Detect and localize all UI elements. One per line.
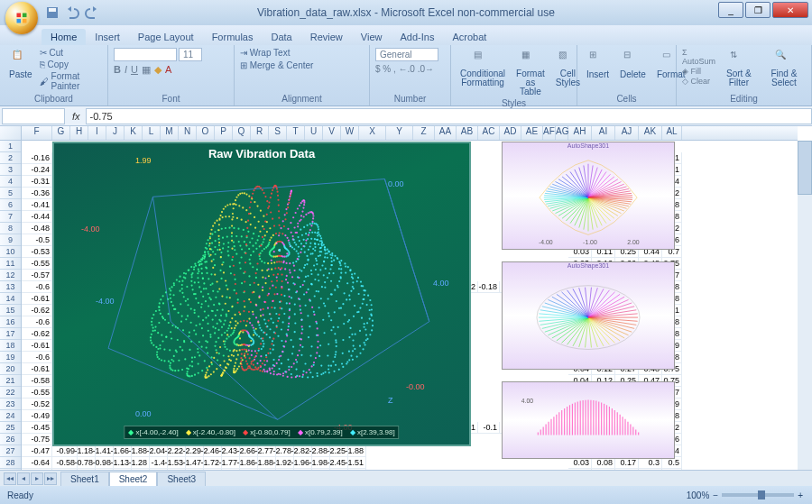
sheet-tab-3[interactable]: Sheet3 <box>157 472 206 486</box>
row-header[interactable]: 18 <box>0 340 21 352</box>
column-header[interactable]: N <box>179 126 197 140</box>
column-header[interactable]: AC <box>478 126 500 140</box>
cell[interactable]: -0.58 <box>22 375 52 387</box>
row-header[interactable]: 8 <box>0 223 21 234</box>
tab-view[interactable]: View <box>352 29 392 45</box>
row-header[interactable]: 23 <box>0 399 21 410</box>
column-header[interactable]: AE <box>521 126 543 140</box>
vertical-scrollbar[interactable] <box>798 141 812 470</box>
cut-button[interactable]: ✂ Cut <box>40 48 102 58</box>
cell[interactable]: -0.62 <box>22 305 52 316</box>
cell[interactable]: -0.6 <box>22 352 52 363</box>
main-3d-scatter-chart[interactable]: Raw Vibration Data 1.99 -4.00 0.00 -4.00… <box>52 142 471 446</box>
copy-button[interactable]: ⎘ Copy <box>40 60 102 69</box>
cell[interactable]: -0.64 <box>22 457 52 469</box>
cell[interactable]: -0.55 <box>22 258 52 270</box>
cell[interactable]: -0.61 <box>22 363 52 375</box>
cell[interactable]: -0.48 <box>22 223 52 234</box>
cell[interactable]: -0.47 <box>22 445 52 457</box>
fill-button[interactable]: ◈ Fill <box>682 67 715 76</box>
column-header[interactable]: O <box>197 126 215 140</box>
row-header[interactable]: 28 <box>0 457 21 469</box>
maximize-button[interactable]: ❐ <box>745 2 770 18</box>
sheet-tab-1[interactable]: Sheet1 <box>60 472 109 486</box>
fill-color-button[interactable]: ◆ <box>154 64 161 76</box>
column-header[interactable]: T <box>287 126 305 140</box>
cell[interactable]: -0.5 <box>22 234 52 246</box>
wrap-text-button[interactable]: ⇥ Wrap Text <box>240 48 290 58</box>
column-header[interactable]: AJ <box>615 126 639 140</box>
cell[interactable]: -1.88 <box>341 445 366 457</box>
zoom-slider[interactable] <box>722 493 794 497</box>
close-button[interactable]: ✕ <box>772 2 808 18</box>
row-header[interactable]: 15 <box>0 305 21 316</box>
row-header[interactable]: 12 <box>0 270 21 281</box>
tab-page-layout[interactable]: Page Layout <box>129 29 203 45</box>
font-size-dropdown[interactable]: 11 <box>179 48 202 61</box>
mini-chart-1[interactable]: AutoShape301 -4.00-1.002.00 <box>502 142 675 250</box>
row-header[interactable]: 17 <box>0 328 21 340</box>
name-box[interactable] <box>2 108 65 124</box>
column-header[interactable]: Y <box>386 126 413 140</box>
number-format-dropdown[interactable]: General <box>375 48 438 61</box>
undo-icon[interactable] <box>65 5 79 20</box>
font-color-button[interactable]: A <box>165 64 171 76</box>
sheet-tab-2[interactable]: Sheet2 <box>109 472 158 486</box>
row-header[interactable]: 22 <box>0 387 21 399</box>
column-header[interactable]: W <box>341 126 359 140</box>
format-as-table-button[interactable]: ▦Format as Table <box>512 48 549 98</box>
minimize-button[interactable]: _ <box>718 2 743 18</box>
cell[interactable]: -0.6 <box>22 316 52 328</box>
zoom-in-button[interactable]: + <box>798 490 803 500</box>
column-header[interactable]: Z <box>413 126 435 140</box>
row-header[interactable]: 11 <box>0 258 21 270</box>
column-header[interactable]: Q <box>233 126 251 140</box>
cell[interactable]: -0.75 <box>22 434 52 445</box>
italic-button[interactable]: I <box>125 64 127 76</box>
office-button[interactable] <box>5 2 38 34</box>
column-header[interactable]: J <box>106 126 125 140</box>
tab-data[interactable]: Data <box>262 29 300 45</box>
mini-chart-2[interactable]: AutoShape301 <box>502 261 675 370</box>
column-header[interactable]: AL <box>662 126 682 140</box>
cell[interactable]: -0.53 <box>22 246 52 258</box>
cell[interactable]: -0.44 <box>22 211 52 223</box>
merge-center-button[interactable]: ⊞ Merge & Center <box>240 60 313 70</box>
formula-input[interactable] <box>86 108 812 124</box>
cell[interactable]: -0.36 <box>22 188 52 199</box>
row-header[interactable]: 20 <box>0 363 21 375</box>
cell[interactable]: -0.49 <box>22 410 52 422</box>
cell[interactable]: -1.51 <box>341 457 366 469</box>
column-header[interactable]: P <box>215 126 233 140</box>
sheet-nav-prev[interactable]: ◂ <box>17 472 30 485</box>
row-header[interactable]: 3 <box>0 164 21 176</box>
column-header[interactable]: AH <box>568 126 592 140</box>
cell[interactable]: -0.1 <box>478 422 500 434</box>
conditional-formatting-button[interactable]: ▤Conditional Formatting <box>457 48 509 89</box>
row-header[interactable]: 26 <box>0 434 21 445</box>
tab-review[interactable]: Review <box>301 29 352 45</box>
column-header[interactable]: U <box>305 126 323 140</box>
format-painter-button[interactable]: 🖌 Format Painter <box>40 71 102 91</box>
tab-acrobat[interactable]: Acrobat <box>443 29 495 45</box>
column-header[interactable]: H <box>70 126 88 140</box>
bold-button[interactable]: B <box>114 64 121 76</box>
tab-addins[interactable]: Add-Ins <box>391 29 443 45</box>
row-header[interactable]: 21 <box>0 375 21 387</box>
row-header[interactable]: 2 <box>0 152 21 164</box>
border-button[interactable]: ▦ <box>142 64 151 76</box>
row-header[interactable]: 5 <box>0 188 21 199</box>
column-header[interactable]: G <box>52 126 70 140</box>
cell[interactable]: -0.41 <box>22 199 52 211</box>
cell[interactable]: -0.24 <box>22 164 52 176</box>
row-header[interactable]: 6 <box>0 199 21 211</box>
cell[interactable]: -0.62 <box>22 328 52 340</box>
cell[interactable]: -0.61 <box>22 340 52 352</box>
row-header[interactable]: 25 <box>0 422 21 434</box>
row-header[interactable]: 24 <box>0 410 21 422</box>
column-header[interactable]: AD <box>500 126 521 140</box>
cell[interactable]: -0.61 <box>22 293 52 305</box>
row-header[interactable]: 7 <box>0 211 21 223</box>
row-header[interactable]: 4 <box>0 176 21 188</box>
column-header[interactable]: F <box>22 126 52 140</box>
